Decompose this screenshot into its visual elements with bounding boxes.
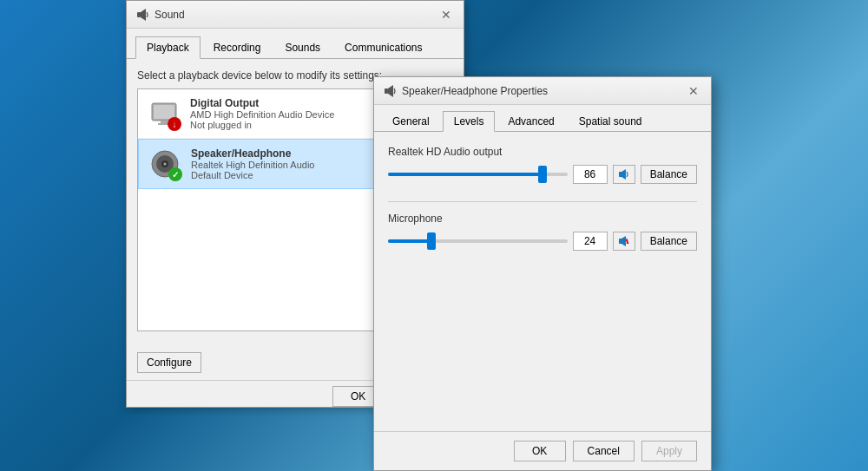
svg-marker-13 (621, 169, 626, 180)
svg-point-9 (164, 163, 167, 166)
output-balance-button[interactable]: Balance (641, 165, 697, 184)
props-tab-advanced[interactable]: Advanced (496, 111, 565, 132)
level-row-microphone: Microphone 24 Balance (388, 213, 697, 251)
level-label-output: Realtek HD Audio output (388, 146, 697, 158)
props-footer-buttons: OK Cancel Apply (374, 431, 711, 470)
level-row-output: Realtek HD Audio output 86 Balance (388, 146, 697, 184)
status-badge-error: ↓ (168, 117, 181, 131)
device-icon-speaker: ✓ (148, 147, 182, 181)
device-icon-digital-output: ↓ (147, 96, 181, 131)
tab-playback[interactable]: Playback (135, 36, 201, 59)
props-levels-content: Realtek HD Audio output 86 Balance (374, 132, 711, 282)
microphone-slider-fill (388, 239, 431, 243)
sound-dialog-title-area: Sound (135, 8, 185, 22)
microphone-slider-thumb[interactable] (427, 232, 436, 250)
props-title-icon (383, 84, 397, 98)
svg-marker-1 (141, 9, 146, 21)
output-value-box: 86 (573, 165, 608, 184)
sound-title-icon (135, 8, 149, 22)
svg-rect-10 (385, 88, 388, 94)
props-tab-general[interactable]: General (381, 111, 441, 132)
sound-close-button[interactable]: ✕ (437, 6, 455, 23)
sound-dialog-title-text: Sound (155, 9, 185, 21)
level-controls-microphone: 24 Balance (388, 232, 697, 251)
props-tab-spatial-sound[interactable]: Spatial sound (568, 111, 654, 132)
output-slider-thumb[interactable] (538, 166, 547, 183)
props-titlebar: Speaker/Headphone Properties ✕ (374, 77, 711, 105)
props-title-text: Speaker/Headphone Properties (402, 85, 548, 97)
tab-sounds[interactable]: Sounds (273, 36, 332, 59)
svg-rect-4 (161, 121, 168, 123)
sound-tab-bar: Playback Recording Sounds Communications (127, 29, 464, 59)
props-tab-levels[interactable]: Levels (443, 111, 496, 132)
props-cancel-button[interactable]: Cancel (573, 441, 635, 461)
properties-dialog: Speaker/Headphone Properties ✕ General L… (373, 76, 712, 471)
microphone-mute-button[interactable] (613, 232, 635, 251)
props-ok-button[interactable]: OK (514, 441, 566, 461)
svg-rect-14 (619, 239, 621, 244)
speaker-mute-icon (618, 168, 630, 180)
tab-communications[interactable]: Communications (333, 36, 433, 59)
microphone-value-box: 24 (573, 232, 608, 251)
svg-marker-11 (388, 85, 393, 97)
sound-dialog-titlebar: Sound ✕ (127, 1, 464, 29)
svg-marker-15 (621, 236, 626, 246)
levels-divider (388, 201, 697, 202)
props-close-button[interactable]: ✕ (685, 82, 702, 100)
microphone-balance-button[interactable]: Balance (641, 232, 697, 251)
configure-button[interactable]: Configure (137, 352, 201, 373)
output-slider-track[interactable] (388, 173, 568, 176)
level-controls-output: 86 Balance (388, 165, 697, 184)
mic-mute-icon (618, 235, 630, 247)
tab-recording[interactable]: Recording (202, 36, 273, 59)
output-mute-button[interactable] (613, 165, 635, 184)
svg-rect-12 (619, 172, 621, 177)
props-apply-button[interactable]: Apply (641, 441, 697, 461)
level-label-microphone: Microphone (388, 213, 697, 225)
microphone-slider-track[interactable] (388, 239, 568, 243)
svg-rect-0 (137, 12, 141, 17)
props-tab-bar: General Levels Advanced Spatial sound (374, 105, 711, 132)
output-slider-fill (388, 173, 542, 176)
status-badge-ok: ✓ (168, 167, 182, 181)
props-title-area: Speaker/Headphone Properties (383, 84, 548, 98)
